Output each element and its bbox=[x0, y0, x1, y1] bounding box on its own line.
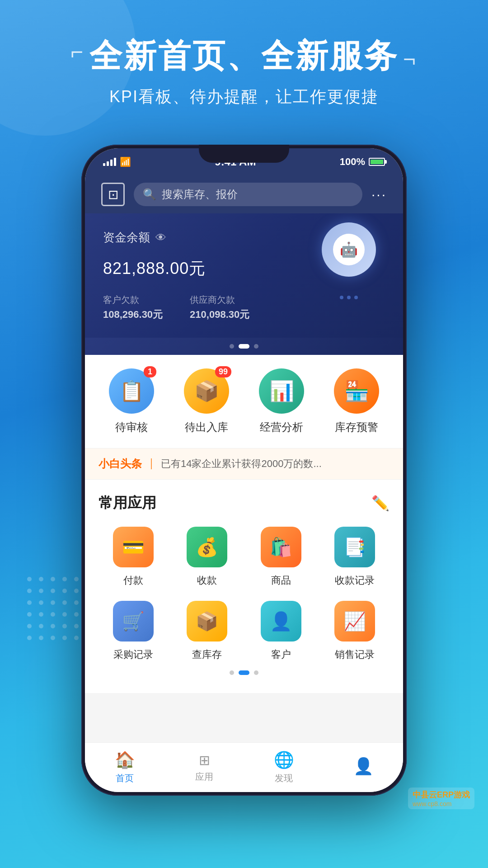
news-text: 已有14家企业累计获得2000万的数... bbox=[161, 457, 322, 471]
alert-label: 库存预警 bbox=[335, 420, 378, 434]
wifi-icon: 📶 bbox=[120, 156, 131, 167]
discover-icon: 🌐 bbox=[274, 750, 294, 769]
receipt-record-icon: 📑 bbox=[343, 537, 366, 558]
warehouse-icon: 📦 bbox=[194, 379, 219, 403]
robot-dot-3 bbox=[354, 296, 358, 299]
payment-icon: 💳 bbox=[122, 537, 145, 558]
action-analysis[interactable]: 📊 经营分析 bbox=[259, 368, 304, 434]
analysis-icon-wrap: 📊 bbox=[259, 368, 304, 414]
bracket-left: ⌐ bbox=[70, 39, 85, 65]
search-bar[interactable]: 🔍 搜索库存、报价 bbox=[134, 183, 362, 206]
audit-icon-wrap: 📋 1 bbox=[109, 368, 154, 414]
action-audit[interactable]: 📋 1 待审核 bbox=[109, 368, 154, 434]
phone-inner: 📶 9:41 AM 100% ⊡ 🔍 搜索库存、报价 bbox=[85, 148, 403, 792]
app-sales[interactable]: 📈 销售记录 bbox=[320, 601, 390, 661]
app-customer[interactable]: 👤 客户 bbox=[246, 601, 316, 661]
phone-notch bbox=[199, 145, 289, 163]
news-ticker[interactable]: 小白头条 已有14家企业累计获得2000万的数... bbox=[85, 448, 403, 480]
search-icon: 🔍 bbox=[143, 188, 156, 201]
apps-dot-1 bbox=[230, 670, 234, 675]
supplier-debt-amount: 210,098.30元 bbox=[190, 308, 249, 321]
payment-label: 付款 bbox=[123, 574, 143, 587]
scan-icon[interactable]: ⊡ bbox=[101, 183, 125, 206]
purchase-icon-wrap: 🛒 bbox=[113, 601, 154, 642]
app-receipt-record[interactable]: 📑 收款记录 bbox=[320, 527, 390, 587]
dot-1 bbox=[230, 344, 234, 349]
phone-content[interactable]: ⊡ 🔍 搜索库存、报价 ··· 资金余额 👁 821,888.00元 bbox=[85, 175, 403, 792]
apps-dot-3 bbox=[254, 670, 258, 675]
goods-icon: 🛍️ bbox=[270, 537, 292, 558]
balance-amount-value: 821,888.00 bbox=[103, 259, 189, 278]
hero-title-text: 全新首页、全新服务 bbox=[89, 36, 399, 75]
battery-icon bbox=[369, 158, 385, 166]
robot-dot-2 bbox=[347, 296, 351, 299]
analysis-icon: 📊 bbox=[269, 379, 294, 403]
signal-bar-1 bbox=[103, 163, 105, 166]
news-brand: 小白头条 bbox=[99, 457, 142, 471]
inventory-icon-wrap: 📦 bbox=[187, 601, 227, 642]
watermark-line1: 中县云ERP游戏 bbox=[413, 789, 470, 800]
nav-home[interactable]: 🏠 首页 bbox=[85, 743, 164, 792]
apps-dot-2-active bbox=[239, 670, 249, 675]
purchase-icon: 🛒 bbox=[122, 611, 145, 632]
bottom-nav: 🏠 首页 ⊞ 应用 🌐 发现 👤 bbox=[85, 742, 403, 792]
apps-edit-icon[interactable]: ✏️ bbox=[371, 495, 389, 512]
customer-label: 客户 bbox=[271, 648, 291, 661]
nav-apps[interactable]: ⊞ 应用 bbox=[164, 743, 244, 792]
customer-debt: 客户欠款 108,296.30元 bbox=[103, 294, 163, 321]
app-goods[interactable]: 🛍️ 商品 bbox=[246, 527, 316, 587]
action-alert[interactable]: 🏪 库存预警 bbox=[334, 368, 379, 434]
alert-icon: 🏪 bbox=[344, 379, 369, 403]
sales-icon: 📈 bbox=[343, 611, 366, 632]
search-placeholder: 搜索库存、报价 bbox=[162, 187, 238, 202]
apps-icon: ⊞ bbox=[199, 752, 210, 768]
alert-icon-wrap: 🏪 bbox=[334, 368, 379, 414]
analysis-label: 经营分析 bbox=[260, 420, 303, 434]
watermark: 中县云ERP游戏 www.cp8.com bbox=[408, 788, 474, 809]
hero-title: ⌐ 全新首页、全新服务 ¬ bbox=[0, 36, 488, 75]
inventory-label: 查库存 bbox=[192, 648, 222, 661]
app-purchase[interactable]: 🛒 采购记录 bbox=[99, 601, 168, 661]
signal-bar-2 bbox=[107, 161, 109, 166]
eye-icon[interactable]: 👁 bbox=[155, 231, 166, 244]
dot-3 bbox=[254, 344, 258, 349]
hero-section: ⌐ 全新首页、全新服务 ¬ KPI看板、待办提醒，让工作更便捷 bbox=[0, 36, 488, 108]
phone-mockup: 📶 9:41 AM 100% ⊡ 🔍 搜索库存、报价 bbox=[81, 145, 407, 796]
signal-bar-3 bbox=[110, 160, 113, 166]
apps-grid: 💳 付款 💰 收款 🛍️ bbox=[99, 527, 389, 661]
customer-icon: 👤 bbox=[270, 611, 292, 632]
nav-profile[interactable]: 👤 bbox=[324, 743, 403, 792]
sales-icon-wrap: 📈 bbox=[334, 601, 375, 642]
robot-body: 🤖 bbox=[322, 222, 376, 277]
balance-card: 资金余额 👁 821,888.00元 客户欠款 108,296.30元 供应商欠… bbox=[85, 213, 403, 338]
robot-dot-1 bbox=[340, 296, 343, 299]
news-brand-text: 小白头条 bbox=[99, 457, 142, 471]
sales-label: 销售记录 bbox=[335, 648, 375, 661]
goods-label: 商品 bbox=[271, 574, 291, 587]
hero-subtitle: KPI看板、待办提醒，让工作更便捷 bbox=[0, 86, 488, 108]
apps-nav-label: 应用 bbox=[195, 771, 213, 783]
app-receipt[interactable]: 💰 收款 bbox=[173, 527, 242, 587]
audit-badge: 1 bbox=[144, 366, 156, 377]
phone-outer: 📶 9:41 AM 100% ⊡ 🔍 搜索库存、报价 bbox=[81, 145, 407, 796]
audit-icon: 📋 bbox=[119, 379, 144, 403]
signal-bars-icon bbox=[103, 158, 116, 166]
receipt-label: 收款 bbox=[197, 574, 217, 587]
nav-discover[interactable]: 🌐 发现 bbox=[244, 743, 324, 792]
action-warehouse[interactable]: 📦 99 待出入库 bbox=[184, 368, 229, 434]
payment-icon-wrap: 💳 bbox=[113, 527, 154, 567]
quick-actions: 📋 1 待审核 📦 99 待出入库 📊 bbox=[85, 355, 403, 448]
balance-label-text: 资金余额 bbox=[103, 230, 150, 245]
receipt-icon: 💰 bbox=[196, 537, 218, 558]
apps-dots-indicator bbox=[99, 661, 389, 679]
signal-bar-4 bbox=[114, 158, 116, 166]
more-icon[interactable]: ··· bbox=[371, 187, 387, 202]
app-inventory[interactable]: 📦 查库存 bbox=[173, 601, 242, 661]
receipt-record-icon-wrap: 📑 bbox=[334, 527, 375, 567]
apps-header: 常用应用 ✏️ bbox=[99, 493, 389, 513]
audit-label: 待审核 bbox=[115, 420, 148, 434]
app-payment[interactable]: 💳 付款 bbox=[99, 527, 168, 587]
customer-icon-wrap: 👤 bbox=[261, 601, 301, 642]
supplier-debt: 供应商欠款 210,098.30元 bbox=[190, 294, 249, 321]
purchase-label: 采购记录 bbox=[113, 648, 153, 661]
